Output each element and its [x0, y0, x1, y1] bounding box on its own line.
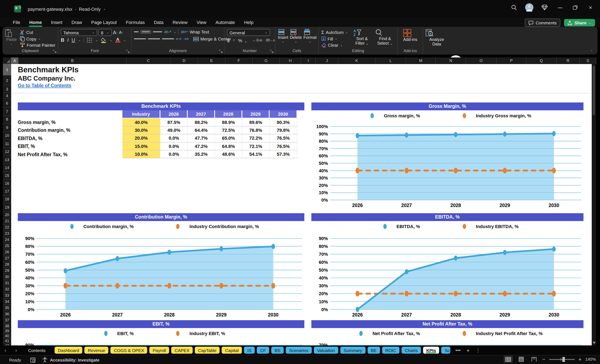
underline-button[interactable]: U: [72, 37, 75, 43]
row-header[interactable]: 24: [3, 237, 11, 243]
comma-button[interactable]: ,: [245, 37, 246, 43]
row-header[interactable]: 15: [3, 172, 11, 180]
italic-button[interactable]: I: [67, 37, 69, 43]
sheet-canvas[interactable]: Benchmark KPIs ABC Company Inc. Go to Ta…: [11, 64, 592, 346]
bold-button[interactable]: B: [61, 37, 64, 43]
ribbon-tab[interactable]: File: [8, 18, 25, 26]
sheet-tab[interactable]: Contents: [25, 347, 49, 354]
column-header[interactable]: A: [11, 57, 19, 64]
tabs-scroll-right-icon[interactable]: ›: [11, 347, 21, 353]
row-header[interactable]: 35: [3, 305, 11, 311]
borders-chevron-down-icon[interactable]: ⌄: [95, 39, 98, 42]
more-sheets-icon[interactable]: •••: [453, 347, 464, 353]
normal-view-icon[interactable]: [504, 356, 513, 363]
row-header[interactable]: 42: [3, 343, 11, 346]
align-left-icon[interactable]: [134, 38, 146, 40]
page-break-view-icon[interactable]: [529, 356, 538, 363]
sort-filter-button[interactable]: AZ Sort & Filter ⌄: [353, 29, 371, 48]
fill-button[interactable]: Fill⌄: [321, 36, 348, 41]
wrap-text-button[interactable]: ab↩ Wrap Text: [181, 29, 209, 34]
row-header[interactable]: 30: [3, 274, 11, 280]
column-header[interactable]: F: [225, 57, 253, 64]
ribbon-tab[interactable]: Help: [239, 18, 258, 26]
sheet-tab[interactable]: BE: [368, 347, 380, 354]
column-header[interactable]: C: [127, 57, 170, 64]
restore-button[interactable]: [569, 1, 581, 14]
insert-cells-button[interactable]: Insert⌄: [278, 29, 288, 48]
row-header[interactable]: 31: [3, 280, 11, 286]
sheet-tab[interactable]: COGS & OPEX: [111, 347, 147, 354]
align-middle-icon[interactable]: [141, 30, 151, 34]
font-color-button[interactable]: A: [115, 38, 120, 42]
zoom-out-icon[interactable]: −: [542, 356, 545, 362]
increase-decimal-icon[interactable]: ←.0.00: [252, 38, 262, 42]
scroll-down-icon[interactable]: [592, 342, 596, 344]
orientation-button[interactable]: ab↗: [164, 30, 171, 34]
column-header[interactable]: M: [406, 57, 436, 64]
macro-record-icon[interactable]: [30, 357, 36, 363]
row-header[interactable]: 19: [3, 203, 11, 212]
column-header[interactable]: K: [338, 57, 375, 64]
column-header[interactable]: R: [557, 57, 580, 64]
net-profit-chart[interactable]: Net Profit After Tax, % Net Profit After…: [311, 320, 583, 346]
ribbon-tab[interactable]: Review: [168, 18, 192, 26]
kpi-col-industry[interactable]: Industry: [122, 110, 160, 118]
gross-margin-chart[interactable]: Gross Margin, % Gross margin, % Industry…: [311, 102, 583, 209]
ribbon-tab[interactable]: Formulas: [121, 18, 150, 26]
row-header[interactable]: 3: [3, 85, 11, 93]
align-center-icon[interactable]: [148, 38, 160, 40]
premium-diamond-icon[interactable]: [538, 1, 551, 14]
sheet-tab[interactable]: Scenarios: [286, 347, 312, 354]
close-button[interactable]: ×: [584, 1, 597, 14]
copy-button[interactable]: Copy ⌄: [20, 36, 56, 41]
kpi-col-2028[interactable]: 2028: [215, 110, 242, 118]
ribbon-tab[interactable]: Draw: [67, 18, 87, 26]
increase-indent-icon[interactable]: ⇥≡: [184, 37, 189, 41]
sheet-tab[interactable]: Dashboard: [55, 347, 83, 354]
row-header[interactable]: 16: [3, 180, 11, 187]
sheet-tab[interactable]: CAPEX: [171, 347, 193, 354]
column-header[interactable]: D: [170, 57, 198, 64]
row-header[interactable]: 33: [3, 292, 11, 299]
row-header[interactable]: 17: [3, 187, 11, 195]
page-layout-view-icon[interactable]: [516, 356, 525, 363]
ribbon-tab[interactable]: Insert: [47, 18, 67, 26]
ribbon-tab[interactable]: Automate: [211, 18, 239, 26]
row-header[interactable]: 12: [3, 148, 11, 156]
sheet-tab[interactable]: BS: [271, 347, 284, 354]
select-all-corner[interactable]: [3, 57, 11, 64]
font-family-combo[interactable]: Tahoma⌄: [61, 29, 97, 36]
sheet-tab[interactable]: Summary: [340, 347, 366, 354]
row-header[interactable]: 1: [3, 64, 11, 76]
number-format-combo[interactable]: General⌄: [227, 29, 270, 36]
cut-button[interactable]: Cut: [20, 30, 56, 35]
kpi-col-2027[interactable]: 2027: [188, 110, 215, 118]
comments-button[interactable]: Comments: [525, 18, 561, 27]
paste-button[interactable]: Paste ⌄: [5, 29, 18, 48]
row-header[interactable]: 6: [3, 99, 11, 107]
row-header[interactable]: 18: [3, 195, 11, 203]
ribbon-tab[interactable]: Page Layout: [87, 18, 121, 26]
minimize-button[interactable]: [554, 1, 566, 14]
analyze-data-button[interactable]: Analyze Data: [425, 29, 448, 48]
currency-chevron-down-icon[interactable]: ⌄: [232, 39, 235, 42]
contribution-margin-chart[interactable]: Contribution Margin, % Contribution marg…: [18, 213, 304, 318]
row-header[interactable]: 27: [3, 255, 11, 261]
column-header[interactable]: J: [316, 57, 338, 64]
sheet-tab[interactable]: Sc: [441, 347, 450, 354]
column-header[interactable]: P: [497, 57, 526, 64]
decrease-decimal-icon[interactable]: .00→.0: [265, 38, 275, 42]
ebit-chart[interactable]: EBIT, % EBIT, % Industry EBIT, % 90%80%7…: [18, 320, 304, 346]
align-right-icon[interactable]: [162, 38, 174, 40]
vertical-scrollbar-thumb[interactable]: [592, 66, 595, 115]
vertical-scrollbar[interactable]: [592, 64, 596, 346]
underline-chevron-down-icon[interactable]: ⌄: [78, 39, 81, 42]
autosum-button[interactable]: ΣAutoSum⌄: [321, 30, 348, 35]
ribbon-tab[interactable]: Home: [25, 18, 46, 26]
row-header[interactable]: 4: [3, 93, 11, 99]
decrease-indent-icon[interactable]: ⇤≡: [176, 37, 181, 41]
accessibility-status[interactable]: Accessibility: Investigate: [42, 357, 99, 363]
new-sheet-icon[interactable]: +: [464, 347, 473, 354]
format-painter-button[interactable]: Format Painter: [20, 43, 56, 47]
ribbon-tab[interactable]: View: [192, 18, 211, 26]
